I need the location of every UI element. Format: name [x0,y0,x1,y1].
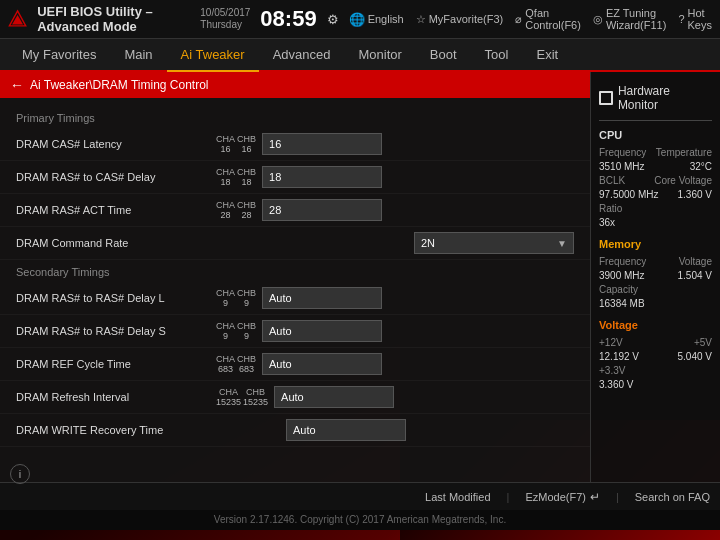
cpu-ratio-label-row: Ratio [599,203,712,214]
header-title: UEFI BIOS Utility – Advanced Mode [37,4,186,34]
volt-12v-value-row: 12.192 V 5.040 V [599,351,712,362]
dram-write-recovery-row: DRAM WRITE Recovery Time Auto [0,414,590,447]
dram-ras-act-value[interactable]: 28 [262,199,382,221]
ras-act-chb-val: 28 [242,210,252,220]
footer-text: Version 2.17.1246. Copyright (C) 2017 Am… [214,514,506,525]
separator-2: | [616,491,619,503]
cpu-ratio-label: Ratio [599,203,622,214]
ezmode-button[interactable]: EzMode(F7) ↵ [525,490,600,504]
nav-my-favorites[interactable]: My Favorites [8,39,110,70]
ras-cas-chb-label: CHB [237,167,256,177]
mem-frequency-value: 3900 MHz [599,270,645,281]
volt-12v-label: +12V [599,337,623,348]
last-modified-item: Last Modified [425,491,490,503]
ras-cas-chb-val: 18 [242,177,252,187]
language-selector[interactable]: 🌐 English [349,12,404,27]
volt-5v-value: 5.040 V [678,351,712,362]
nav-main[interactable]: Main [110,39,166,70]
volt-12v-row: +12V +5V [599,337,712,348]
dram-cas-channels: CHA 16 CHB 16 [216,134,256,154]
dram-write-recovery-value[interactable]: Auto [286,419,406,441]
header-bar: UEFI BIOS Utility – Advanced Mode 10/05/… [0,0,720,39]
eztuning-label: EZ Tuning Wizard(F11) [606,7,667,31]
secondary-timings-label: Secondary Timings [0,260,590,282]
eztuning-button[interactable]: ◎ EZ Tuning Wizard(F11) [593,7,667,31]
volt-33v-value-row: 3.360 V [599,379,712,390]
cpu-frequency-label: Frequency [599,147,646,158]
dram-command-rate-dropdown[interactable]: 2N ▼ [414,232,574,254]
dram-ras-ras-delay-s-value[interactable]: Auto [262,320,382,342]
rrs-channels: CHA 9 CHB 9 [216,321,256,341]
cpu-frequency-value-row: 3510 MHz 32°C [599,161,712,172]
nav-exit[interactable]: Exit [522,39,572,70]
cpu-bclk-value: 97.5000 MHz [599,189,658,200]
cpu-bclk-row: BCLK Core Voltage [599,175,712,186]
settings-gear-icon[interactable]: ⚙ [327,12,339,27]
cpu-frequency-value: 3510 MHz [599,161,645,172]
cas-chb-label: CHB [237,134,256,144]
cpu-bclk-value-row: 97.5000 MHz 1.360 V [599,189,712,200]
header-logo: UEFI BIOS Utility – Advanced Mode [37,4,186,34]
header-date: 10/05/2017 [200,7,250,19]
nav-boot[interactable]: Boot [416,39,471,70]
monitor-icon [599,91,613,105]
separator-1: | [507,491,510,503]
dram-cas-latency-row: DRAM CAS# Latency CHA 16 CHB 16 16 [0,128,590,161]
ezmode-label: EzMode(F7) [525,491,586,503]
hotkeys-button[interactable]: ? Hot Keys [678,7,712,31]
star-icon: ☆ [416,13,426,26]
language-label: English [368,13,404,25]
dram-refresh-interval-value[interactable]: Auto [274,386,394,408]
cas-cha-val: 16 [221,144,231,154]
nav-tool[interactable]: Tool [471,39,523,70]
volt-5v-label: +5V [694,337,712,348]
dram-ras-cas-delay-label: DRAM RAS# to CAS# Delay [16,171,216,183]
primary-timings-label: Primary Timings [0,106,590,128]
dram-ref-cycle-row: DRAM REF Cycle Time CHA 683 CHB 683 Auto [0,348,590,381]
cpu-ratio-value-row: 36x [599,217,712,228]
dram-command-rate-label: DRAM Command Rate [16,237,216,249]
mem-capacity-label-row: Capacity [599,284,712,295]
myfavorite-button[interactable]: ☆ MyFavorite(F3) [416,13,504,26]
mem-capacity-value-row: 16384 MB [599,298,712,309]
dram-cas-latency-label: DRAM CAS# Latency [16,138,216,150]
dram-command-rate-value: 2N [421,237,435,249]
sidebar-title-text: Hardware Monitor [618,84,712,112]
info-icon-button[interactable]: i [10,464,30,484]
cpu-bclk-label: BCLK [599,175,625,186]
mem-voltage-label: Voltage [679,256,712,267]
dram-ras-ras-delay-l-value[interactable]: Auto [262,287,382,309]
myfavorite-label: MyFavorite(F3) [429,13,504,25]
ras-cas-cha-label: CHA [216,167,235,177]
dram-ras-ras-delay-l-label: DRAM RAS# to RAS# Delay L [16,292,216,304]
nav-ai-tweaker[interactable]: Ai Tweaker [167,39,259,72]
mem-capacity-label: Capacity [599,284,638,295]
nav-monitor[interactable]: Monitor [345,39,416,70]
header-time: 08:59 [260,8,316,30]
last-modified-label: Last Modified [425,491,490,503]
search-faq-button[interactable]: Search on FAQ [635,491,710,503]
ref-channels: CHA 683 CHB 683 [216,354,256,374]
cpu-corevolt-label: Core Voltage [654,175,712,186]
nav-advanced[interactable]: Advanced [259,39,345,70]
dram-ras-cas-value[interactable]: 18 [262,166,382,188]
info-icon-label: i [19,468,21,480]
dram-cas-value[interactable]: 16 [262,133,382,155]
qfan-button[interactable]: ⌀ Qfan Control(F6) [515,7,581,31]
breadcrumb-path: Ai Tweaker\DRAM Timing Control [30,78,209,92]
dram-ras-act-row: DRAM RAS# ACT Time CHA 28 CHB 28 28 [0,194,590,227]
sidebar-title: Hardware Monitor [599,80,712,121]
cpu-section: CPU Frequency Temperature 3510 MHz 32°C … [599,129,712,228]
dram-ras-ras-delay-s-row: DRAM RAS# to RAS# Delay S CHA 9 CHB 9 Au… [0,315,590,348]
dram-ras-ras-delay-s-label: DRAM RAS# to RAS# Delay S [16,325,216,337]
dram-ref-cycle-value[interactable]: Auto [262,353,382,375]
ras-act-cha-label: CHA [216,200,235,210]
settings-panel: Primary Timings DRAM CAS# Latency CHA 16… [0,98,590,482]
voltage-section: Voltage +12V +5V 12.192 V 5.040 V +3.3V … [599,319,712,390]
back-arrow-icon[interactable]: ← [10,77,24,93]
memory-section-title: Memory [599,238,712,250]
content-area: ← Ai Tweaker\DRAM Timing Control Primary… [0,72,590,482]
volt-33v-label-row: +3.3V [599,365,712,376]
dram-ref-cycle-label: DRAM REF Cycle Time [16,358,216,370]
ras-cas-channels: CHA 18 CHB 18 [216,167,256,187]
